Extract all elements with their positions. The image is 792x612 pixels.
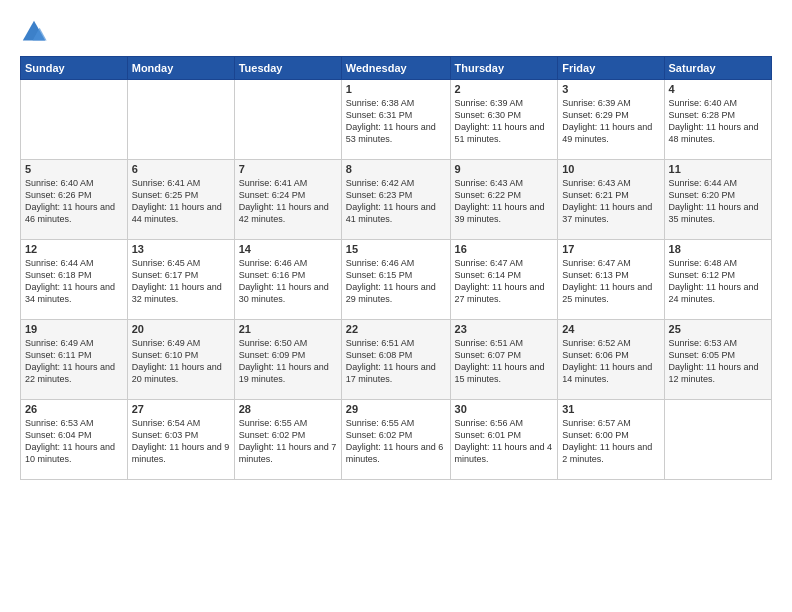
day-cell: 19Sunrise: 6:49 AM Sunset: 6:11 PM Dayli… <box>21 320 128 400</box>
weekday-header-monday: Monday <box>127 57 234 80</box>
day-info: Sunrise: 6:51 AM Sunset: 6:08 PM Dayligh… <box>346 337 446 386</box>
day-cell: 17Sunrise: 6:47 AM Sunset: 6:13 PM Dayli… <box>558 240 664 320</box>
day-info: Sunrise: 6:40 AM Sunset: 6:28 PM Dayligh… <box>669 97 767 146</box>
day-cell: 13Sunrise: 6:45 AM Sunset: 6:17 PM Dayli… <box>127 240 234 320</box>
day-number: 20 <box>132 323 230 335</box>
day-number: 3 <box>562 83 659 95</box>
day-cell: 26Sunrise: 6:53 AM Sunset: 6:04 PM Dayli… <box>21 400 128 480</box>
day-cell: 28Sunrise: 6:55 AM Sunset: 6:02 PM Dayli… <box>234 400 341 480</box>
weekday-header-sunday: Sunday <box>21 57 128 80</box>
day-number: 22 <box>346 323 446 335</box>
day-number: 9 <box>455 163 554 175</box>
week-row-2: 12Sunrise: 6:44 AM Sunset: 6:18 PM Dayli… <box>21 240 772 320</box>
day-number: 8 <box>346 163 446 175</box>
day-cell: 29Sunrise: 6:55 AM Sunset: 6:02 PM Dayli… <box>341 400 450 480</box>
day-info: Sunrise: 6:51 AM Sunset: 6:07 PM Dayligh… <box>455 337 554 386</box>
day-info: Sunrise: 6:53 AM Sunset: 6:04 PM Dayligh… <box>25 417 123 466</box>
day-cell: 14Sunrise: 6:46 AM Sunset: 6:16 PM Dayli… <box>234 240 341 320</box>
day-info: Sunrise: 6:49 AM Sunset: 6:11 PM Dayligh… <box>25 337 123 386</box>
day-number: 13 <box>132 243 230 255</box>
day-info: Sunrise: 6:41 AM Sunset: 6:25 PM Dayligh… <box>132 177 230 226</box>
day-info: Sunrise: 6:44 AM Sunset: 6:18 PM Dayligh… <box>25 257 123 306</box>
weekday-header-saturday: Saturday <box>664 57 771 80</box>
day-info: Sunrise: 6:42 AM Sunset: 6:23 PM Dayligh… <box>346 177 446 226</box>
day-info: Sunrise: 6:47 AM Sunset: 6:14 PM Dayligh… <box>455 257 554 306</box>
day-info: Sunrise: 6:43 AM Sunset: 6:22 PM Dayligh… <box>455 177 554 226</box>
day-info: Sunrise: 6:53 AM Sunset: 6:05 PM Dayligh… <box>669 337 767 386</box>
day-number: 28 <box>239 403 337 415</box>
day-info: Sunrise: 6:44 AM Sunset: 6:20 PM Dayligh… <box>669 177 767 226</box>
day-cell: 5Sunrise: 6:40 AM Sunset: 6:26 PM Daylig… <box>21 160 128 240</box>
day-cell: 9Sunrise: 6:43 AM Sunset: 6:22 PM Daylig… <box>450 160 558 240</box>
day-info: Sunrise: 6:49 AM Sunset: 6:10 PM Dayligh… <box>132 337 230 386</box>
day-info: Sunrise: 6:50 AM Sunset: 6:09 PM Dayligh… <box>239 337 337 386</box>
day-number: 6 <box>132 163 230 175</box>
day-number: 17 <box>562 243 659 255</box>
day-cell: 30Sunrise: 6:56 AM Sunset: 6:01 PM Dayli… <box>450 400 558 480</box>
day-info: Sunrise: 6:55 AM Sunset: 6:02 PM Dayligh… <box>239 417 337 466</box>
weekday-header-thursday: Thursday <box>450 57 558 80</box>
day-cell: 22Sunrise: 6:51 AM Sunset: 6:08 PM Dayli… <box>341 320 450 400</box>
day-cell: 8Sunrise: 6:42 AM Sunset: 6:23 PM Daylig… <box>341 160 450 240</box>
day-cell: 6Sunrise: 6:41 AM Sunset: 6:25 PM Daylig… <box>127 160 234 240</box>
day-number: 10 <box>562 163 659 175</box>
day-cell: 25Sunrise: 6:53 AM Sunset: 6:05 PM Dayli… <box>664 320 771 400</box>
day-number: 14 <box>239 243 337 255</box>
week-row-0: 1Sunrise: 6:38 AM Sunset: 6:31 PM Daylig… <box>21 80 772 160</box>
day-cell: 11Sunrise: 6:44 AM Sunset: 6:20 PM Dayli… <box>664 160 771 240</box>
day-info: Sunrise: 6:46 AM Sunset: 6:15 PM Dayligh… <box>346 257 446 306</box>
day-number: 16 <box>455 243 554 255</box>
day-cell: 27Sunrise: 6:54 AM Sunset: 6:03 PM Dayli… <box>127 400 234 480</box>
day-info: Sunrise: 6:40 AM Sunset: 6:26 PM Dayligh… <box>25 177 123 226</box>
day-cell: 1Sunrise: 6:38 AM Sunset: 6:31 PM Daylig… <box>341 80 450 160</box>
day-info: Sunrise: 6:54 AM Sunset: 6:03 PM Dayligh… <box>132 417 230 466</box>
day-number: 24 <box>562 323 659 335</box>
week-row-3: 19Sunrise: 6:49 AM Sunset: 6:11 PM Dayli… <box>21 320 772 400</box>
day-cell: 20Sunrise: 6:49 AM Sunset: 6:10 PM Dayli… <box>127 320 234 400</box>
day-cell: 18Sunrise: 6:48 AM Sunset: 6:12 PM Dayli… <box>664 240 771 320</box>
day-number: 12 <box>25 243 123 255</box>
day-number: 18 <box>669 243 767 255</box>
day-cell: 7Sunrise: 6:41 AM Sunset: 6:24 PM Daylig… <box>234 160 341 240</box>
weekday-header-friday: Friday <box>558 57 664 80</box>
day-number: 27 <box>132 403 230 415</box>
day-cell <box>21 80 128 160</box>
day-cell <box>127 80 234 160</box>
day-info: Sunrise: 6:41 AM Sunset: 6:24 PM Dayligh… <box>239 177 337 226</box>
day-info: Sunrise: 6:39 AM Sunset: 6:30 PM Dayligh… <box>455 97 554 146</box>
weekday-header-tuesday: Tuesday <box>234 57 341 80</box>
header <box>20 18 772 46</box>
page: SundayMondayTuesdayWednesdayThursdayFrid… <box>0 0 792 612</box>
day-number: 21 <box>239 323 337 335</box>
day-cell: 2Sunrise: 6:39 AM Sunset: 6:30 PM Daylig… <box>450 80 558 160</box>
day-info: Sunrise: 6:55 AM Sunset: 6:02 PM Dayligh… <box>346 417 446 466</box>
day-info: Sunrise: 6:57 AM Sunset: 6:00 PM Dayligh… <box>562 417 659 466</box>
logo-icon <box>20 18 48 46</box>
day-number: 5 <box>25 163 123 175</box>
weekday-header-row: SundayMondayTuesdayWednesdayThursdayFrid… <box>21 57 772 80</box>
day-number: 4 <box>669 83 767 95</box>
day-cell: 3Sunrise: 6:39 AM Sunset: 6:29 PM Daylig… <box>558 80 664 160</box>
day-info: Sunrise: 6:39 AM Sunset: 6:29 PM Dayligh… <box>562 97 659 146</box>
day-number: 25 <box>669 323 767 335</box>
day-info: Sunrise: 6:52 AM Sunset: 6:06 PM Dayligh… <box>562 337 659 386</box>
day-number: 19 <box>25 323 123 335</box>
day-info: Sunrise: 6:48 AM Sunset: 6:12 PM Dayligh… <box>669 257 767 306</box>
day-cell: 10Sunrise: 6:43 AM Sunset: 6:21 PM Dayli… <box>558 160 664 240</box>
day-number: 1 <box>346 83 446 95</box>
day-number: 2 <box>455 83 554 95</box>
day-cell: 15Sunrise: 6:46 AM Sunset: 6:15 PM Dayli… <box>341 240 450 320</box>
day-number: 11 <box>669 163 767 175</box>
day-number: 31 <box>562 403 659 415</box>
day-info: Sunrise: 6:56 AM Sunset: 6:01 PM Dayligh… <box>455 417 554 466</box>
day-cell: 12Sunrise: 6:44 AM Sunset: 6:18 PM Dayli… <box>21 240 128 320</box>
logo <box>20 18 52 46</box>
week-row-1: 5Sunrise: 6:40 AM Sunset: 6:26 PM Daylig… <box>21 160 772 240</box>
day-cell: 21Sunrise: 6:50 AM Sunset: 6:09 PM Dayli… <box>234 320 341 400</box>
day-info: Sunrise: 6:46 AM Sunset: 6:16 PM Dayligh… <box>239 257 337 306</box>
day-cell <box>234 80 341 160</box>
day-cell <box>664 400 771 480</box>
day-number: 15 <box>346 243 446 255</box>
day-number: 7 <box>239 163 337 175</box>
day-number: 30 <box>455 403 554 415</box>
